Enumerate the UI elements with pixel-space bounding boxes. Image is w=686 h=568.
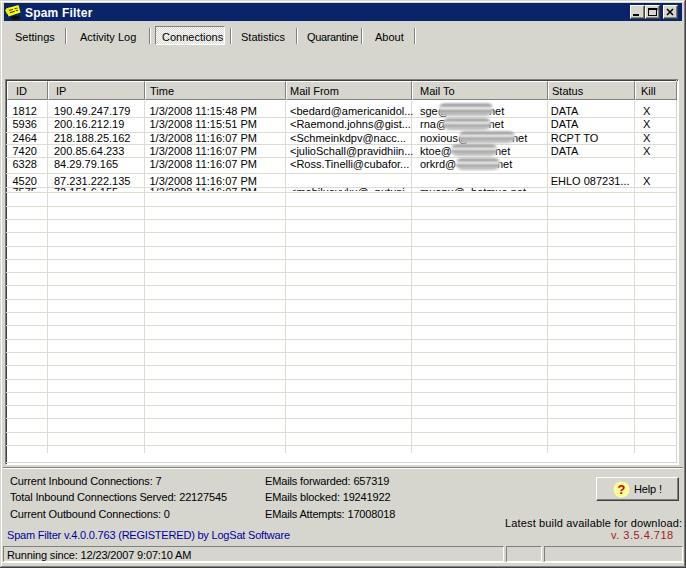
svg-text:?: ? [618,482,626,497]
